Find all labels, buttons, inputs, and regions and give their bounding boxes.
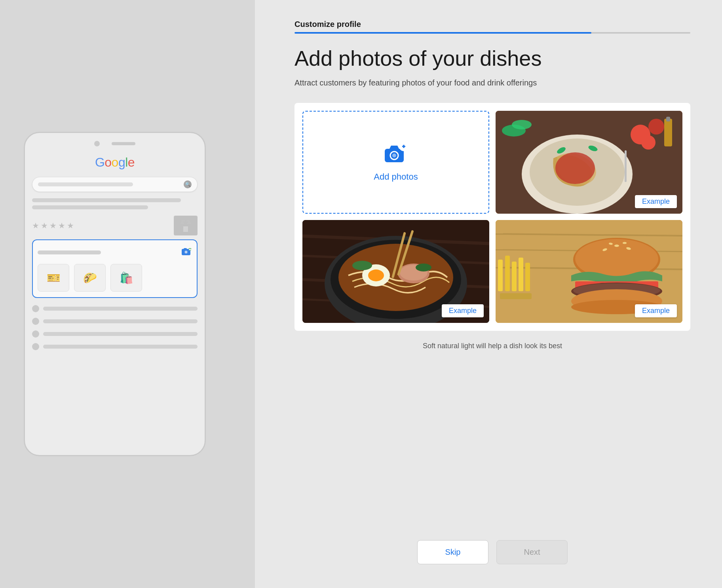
- page-wrapper: Google 🔍 ★ ★ ★ ★ ★: [0, 0, 722, 588]
- star-1: ★: [32, 221, 39, 230]
- svg-rect-53: [505, 256, 510, 291]
- svg-rect-26: [664, 119, 672, 146]
- subtitle: Attract customers by featuring photos of…: [294, 77, 690, 89]
- svg-point-44: [416, 264, 431, 271]
- camera-plus-wrapper: [383, 142, 408, 165]
- progress-bar-fill: [294, 32, 591, 34]
- svg-point-43: [352, 261, 372, 270]
- svg-rect-1: [183, 226, 188, 232]
- step-label: Customize profile: [294, 20, 690, 29]
- phone-speaker: [112, 142, 135, 145]
- highlight-title-line: [38, 250, 101, 254]
- step-header: Customize profile: [294, 20, 690, 34]
- content-lines: [32, 198, 198, 209]
- photo-pasta: Example: [496, 111, 682, 214]
- google-logo: Google: [32, 155, 198, 170]
- phone-mockup: Google 🔍 ★ ★ ★ ★ ★: [24, 132, 206, 456]
- phone-icon: [32, 330, 39, 338]
- search-icon: 🔍: [184, 180, 192, 188]
- next-button[interactable]: Next: [496, 540, 568, 564]
- star-3: ★: [49, 221, 57, 230]
- svg-rect-57: [500, 293, 532, 299]
- phone-bottom-lines: [32, 305, 198, 350]
- content-line-1: [32, 198, 181, 202]
- photo-burger: Example: [496, 220, 682, 323]
- svg-point-20: [555, 152, 595, 184]
- search-bar: 🔍: [32, 177, 198, 192]
- main-title: Add photos of your dishes: [294, 46, 690, 71]
- location-icon: [32, 305, 39, 312]
- content-line-2: [32, 205, 148, 209]
- star-4: ★: [58, 221, 65, 230]
- phone-camera: [94, 141, 100, 146]
- svg-point-64: [623, 242, 627, 244]
- svg-point-30: [512, 120, 532, 129]
- globe-icon: [32, 343, 39, 350]
- svg-point-61: [614, 245, 619, 247]
- stars-store-row: ★ ★ ★ ★ ★: [32, 216, 198, 235]
- food-icon-box-3: 🛍️: [110, 264, 142, 292]
- progress-bar-container: [294, 32, 690, 34]
- svg-point-40: [368, 269, 384, 281]
- highlight-box: 🎫 🌮 🛍️: [32, 239, 198, 298]
- bottom-line-4a: [43, 345, 198, 349]
- bottom-line-2a: [43, 319, 198, 323]
- bottom-line-3a: [43, 332, 198, 336]
- svg-rect-52: [498, 260, 503, 291]
- svg-point-5: [185, 251, 187, 253]
- example-badge-burger: Example: [635, 304, 677, 317]
- search-bar-placeholder: [38, 182, 133, 186]
- bottom-line-row-2: [32, 318, 198, 325]
- svg-point-24: [648, 119, 664, 135]
- svg-rect-9: [189, 249, 191, 250]
- buttons-row: Skip Next: [294, 540, 690, 564]
- food-icon-box-1: 🎫: [38, 264, 69, 292]
- example-badge-pasta: Example: [635, 195, 677, 208]
- skip-button[interactable]: Skip: [417, 540, 488, 564]
- photo-grid: Add photos: [294, 103, 690, 331]
- phone-top-bar: [32, 141, 198, 146]
- clock-icon: [32, 318, 39, 325]
- bottom-line-row-1: [32, 305, 198, 312]
- highlight-box-header: [38, 246, 192, 259]
- svg-point-25: [641, 135, 656, 150]
- bottom-line-row-4: [32, 343, 198, 350]
- stars-row: ★ ★ ★ ★ ★: [32, 221, 74, 230]
- camera-plus-svg: [383, 142, 408, 164]
- bottom-line-1a: [43, 307, 198, 311]
- svg-rect-54: [512, 262, 517, 291]
- right-panel: Customize profile Add photos of your dis…: [255, 0, 722, 588]
- star-2: ★: [41, 221, 48, 230]
- svg-rect-15: [403, 145, 405, 148]
- add-photos-label: Add photos: [374, 172, 418, 182]
- photo-ramen: Example: [302, 220, 489, 323]
- star-5: ★: [67, 221, 74, 230]
- svg-rect-28: [625, 150, 627, 182]
- store-icon: [174, 216, 198, 235]
- example-badge-ramen: Example: [442, 304, 484, 317]
- food-icon-box-2: 🌮: [74, 264, 106, 292]
- svg-point-12: [392, 154, 396, 157]
- add-photo-icon: [181, 246, 192, 259]
- svg-rect-6: [184, 248, 187, 250]
- svg-rect-55: [519, 258, 523, 291]
- svg-rect-27: [666, 117, 670, 121]
- svg-rect-56: [525, 263, 530, 291]
- food-icons-row: 🎫 🌮 🛍️: [38, 264, 192, 292]
- add-photos-cell[interactable]: Add photos: [302, 111, 489, 214]
- tip-text: Soft natural light will help a dish look…: [294, 342, 690, 350]
- bottom-line-row-3: [32, 330, 198, 338]
